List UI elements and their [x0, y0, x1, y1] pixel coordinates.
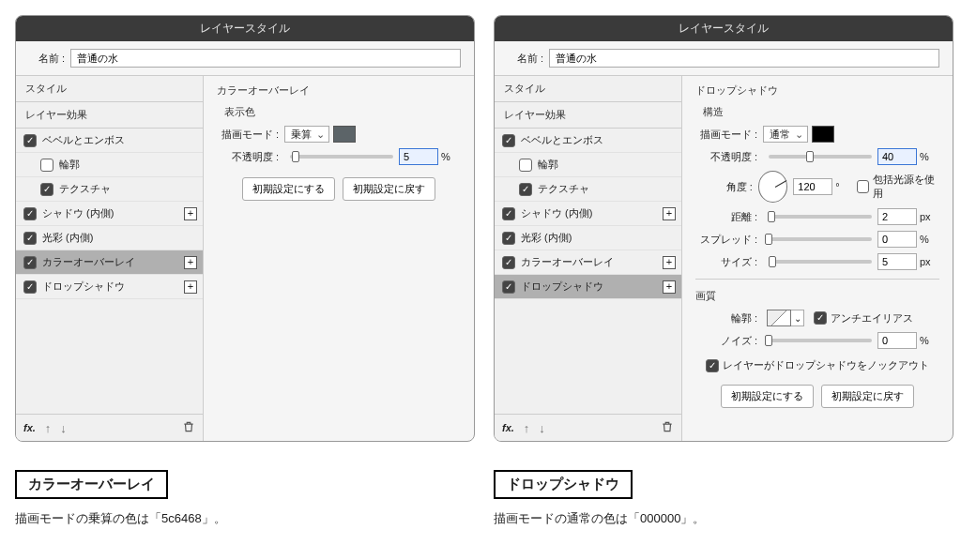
chevron-down-icon[interactable]: ⌄	[791, 310, 804, 326]
arrow-up-icon[interactable]: ↑	[524, 422, 530, 434]
distance-input[interactable]	[877, 208, 917, 225]
sidebar-item-bevel[interactable]: ✓ ベベルとエンボス	[16, 129, 203, 153]
antialias-checkbox[interactable]: ✓	[814, 311, 827, 325]
reset-default-button[interactable]: 初期設定に戻す	[821, 385, 914, 408]
noise-row: ノイズ : %	[695, 329, 939, 352]
sidebar-item-inner-glow[interactable]: ✓ 光彩 (内側)	[16, 226, 203, 250]
global-light-checkbox[interactable]	[857, 180, 869, 193]
layer-name-input[interactable]	[549, 49, 939, 68]
checkbox-icon[interactable]	[519, 159, 532, 172]
noise-input[interactable]	[877, 332, 917, 349]
opacity-slider[interactable]	[290, 155, 393, 159]
distance-row: 距離 : px	[695, 205, 939, 228]
size-unit: px	[920, 256, 937, 267]
sidebar-item-inner-glow[interactable]: ✓ 光彩 (内側)	[495, 226, 681, 250]
checkbox-icon[interactable]: ✓	[502, 280, 515, 294]
checkbox-icon[interactable]: ✓	[23, 256, 37, 269]
sidebar-item-label: シャドウ (内側)	[42, 206, 114, 220]
plus-icon[interactable]: +	[184, 207, 197, 220]
make-default-button[interactable]: 初期設定にする	[242, 177, 335, 201]
blend-mode-select[interactable]: 通常	[763, 128, 808, 141]
checkbox-icon[interactable]: ✓	[40, 183, 53, 196]
sidebar-header-style[interactable]: スタイル	[495, 76, 681, 102]
sidebar-item-texture[interactable]: ✓ テクスチャ	[495, 177, 681, 202]
sidebar-item-inner-shadow[interactable]: ✓ シャドウ (内側) +	[495, 202, 681, 226]
angle-input[interactable]	[793, 178, 832, 195]
opacity-input[interactable]	[399, 148, 438, 165]
sidebar-item-inner-shadow[interactable]: ✓ シャドウ (内側) +	[16, 202, 203, 226]
make-default-button[interactable]: 初期設定にする	[721, 385, 814, 408]
sidebar-item-bevel[interactable]: ✓ ベベルとエンボス	[495, 129, 681, 153]
checkbox-icon[interactable]: ✓	[502, 134, 515, 147]
opacity-slider[interactable]	[769, 155, 872, 159]
contour-label: 輪郭 :	[695, 311, 763, 325]
opacity-row: 不透明度 : %	[695, 145, 939, 168]
window-title: レイヤースタイル	[16, 16, 474, 41]
arrow-up-icon[interactable]: ↑	[45, 422, 52, 434]
plus-icon[interactable]: +	[184, 256, 197, 269]
fx-icon[interactable]: fx.	[23, 422, 36, 433]
arrow-down-icon[interactable]: ↓	[60, 422, 67, 434]
color-swatch[interactable]	[812, 126, 834, 143]
spread-slider[interactable]	[769, 237, 872, 241]
distance-label: 距離 :	[695, 210, 763, 224]
fx-icon[interactable]: fx.	[502, 422, 514, 433]
right-column: レイヤースタイル 名前 : スタイル レイヤー効果 ✓ ベベルとエンボス 輪郭	[494, 15, 953, 527]
sidebar-item-contour[interactable]: 輪郭	[495, 153, 681, 177]
checkbox-icon[interactable]: ✓	[519, 183, 532, 196]
size-slider[interactable]	[769, 260, 872, 264]
knockout-checkbox[interactable]: ✓	[706, 359, 719, 372]
noise-slider[interactable]	[769, 339, 872, 342]
reset-default-button[interactable]: 初期設定に戻す	[343, 177, 435, 201]
sidebar-item-label: テクスチャ	[59, 182, 111, 196]
blend-mode-row: 描画モード : 乗算	[217, 123, 461, 145]
sidebar-item-texture[interactable]: ✓ テクスチャ	[16, 177, 203, 202]
checkbox-icon[interactable]: ✓	[23, 280, 37, 294]
size-input[interactable]	[877, 253, 917, 270]
plus-icon[interactable]: +	[663, 280, 676, 294]
checkbox-icon[interactable]: ✓	[23, 134, 37, 147]
blend-mode-select[interactable]: 乗算	[284, 128, 329, 141]
checkbox-icon[interactable]: ✓	[502, 207, 515, 220]
sidebar-item-drop-shadow[interactable]: ✓ ドロップシャドウ +	[16, 275, 203, 299]
spread-input[interactable]	[877, 231, 917, 248]
knockout-label: レイヤーがドロップシャドウをノックアウト	[723, 358, 929, 372]
sidebar-item-contour[interactable]: 輪郭	[16, 153, 203, 177]
trash-icon[interactable]	[661, 420, 674, 435]
sidebar-header-effects[interactable]: レイヤー効果	[495, 102, 681, 129]
distance-slider[interactable]	[769, 215, 872, 219]
angle-dial[interactable]	[758, 171, 788, 203]
sidebar-item-label: 光彩 (内側)	[42, 231, 93, 245]
section-quality: 画質	[695, 285, 939, 307]
arrow-down-icon[interactable]: ↓	[539, 422, 545, 434]
checkbox-icon[interactable]: ✓	[23, 207, 37, 220]
plus-icon[interactable]: +	[184, 280, 197, 294]
divider	[695, 279, 939, 280]
color-swatch[interactable]	[333, 126, 356, 143]
checkbox-icon[interactable]: ✓	[23, 232, 37, 245]
opacity-row: 不透明度 : %	[217, 145, 461, 168]
sidebar-item-label: カラーオーバーレイ	[521, 255, 614, 269]
caption-text-right: 描画モードの通常の色は「000000」。	[494, 510, 953, 527]
sidebar-item-drop-shadow[interactable]: ✓ ドロップシャドウ +	[495, 275, 681, 299]
caption-text-left: 描画モードの乗算の色は「5c6468」。	[15, 510, 475, 527]
name-row: 名前 :	[16, 41, 474, 75]
plus-icon[interactable]: +	[663, 256, 676, 269]
left-column: レイヤースタイル 名前 : スタイル レイヤー効果 ✓ ベベルとエンボス 輪郭	[15, 15, 475, 527]
plus-icon[interactable]: +	[663, 207, 676, 220]
caption-title-right: ドロップシャドウ	[494, 470, 633, 499]
opacity-label: 不透明度 :	[217, 150, 284, 164]
opacity-input[interactable]	[877, 148, 917, 165]
layer-name-input[interactable]	[70, 49, 461, 68]
blend-mode-label: 描画モード :	[217, 128, 284, 142]
checkbox-icon[interactable]: ✓	[502, 232, 515, 245]
sidebar-header-style[interactable]: スタイル	[16, 76, 203, 102]
checkbox-icon[interactable]	[40, 159, 53, 172]
trash-icon[interactable]	[182, 420, 195, 435]
checkbox-icon[interactable]: ✓	[502, 256, 515, 269]
sidebar-item-color-overlay[interactable]: ✓ カラーオーバーレイ +	[16, 250, 203, 275]
contour-swatch[interactable]	[767, 310, 791, 326]
sidebar-item-color-overlay[interactable]: ✓ カラーオーバーレイ +	[495, 250, 681, 275]
sidebar-header-effects[interactable]: レイヤー効果	[16, 102, 203, 129]
sidebar-item-label: ドロップシャドウ	[42, 280, 125, 294]
